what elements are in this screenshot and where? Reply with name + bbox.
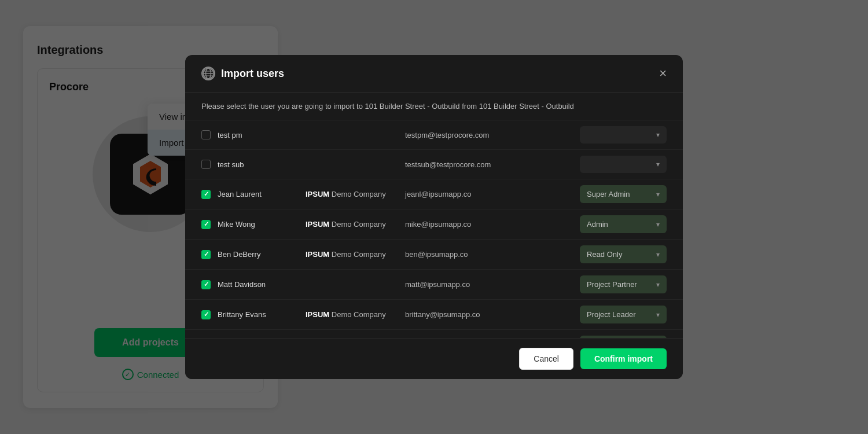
- user-checkbox[interactable]: [201, 190, 211, 199]
- user-checkbox[interactable]: [201, 280, 211, 289]
- role-dropdown[interactable]: ▾: [580, 126, 667, 144]
- role-label: Project Leader: [587, 310, 636, 319]
- modal-header: Import users ×: [185, 55, 683, 93]
- user-checkbox[interactable]: [201, 160, 211, 169]
- user-row: Taylor Mokatetaylor@ipsumapp.coSuperinte…: [185, 330, 683, 338]
- user-row: Brittany EvansIPSUM Demo Companybrittany…: [185, 300, 683, 330]
- chevron-down-icon: ▾: [656, 281, 660, 289]
- chevron-down-icon: ▾: [656, 220, 660, 229]
- user-company: IPSUM Demo Company: [306, 310, 398, 319]
- modal-footer: Cancel Confirm import: [185, 338, 683, 379]
- user-checkbox[interactable]: [201, 250, 211, 259]
- user-email: brittany@ipsumapp.co: [405, 310, 573, 319]
- user-name: test pm: [218, 131, 299, 139]
- role-label: Super Admin: [587, 190, 630, 198]
- role-dropdown[interactable]: Project Partner▾: [580, 275, 667, 293]
- user-email: ben@ipsumapp.co: [405, 250, 573, 259]
- user-name: Jean Laurent: [218, 190, 299, 198]
- user-row: test pmtestpm@testprocore.com▾: [185, 120, 683, 150]
- user-row: test subtestsub@testprocore.com▾: [185, 150, 683, 179]
- user-company: IPSUM Demo Company: [306, 250, 398, 259]
- chevron-down-icon: ▾: [656, 311, 660, 319]
- role-label: Project Partner: [587, 280, 637, 289]
- user-name: Matt Davidson: [218, 280, 299, 289]
- import-users-modal: Import users × Please select the user yo…: [185, 55, 683, 379]
- modal-overlay: Import users × Please select the user yo…: [0, 0, 868, 434]
- user-name: Brittany Evans: [218, 310, 299, 319]
- modal-close-button[interactable]: ×: [659, 67, 667, 80]
- role-dropdown[interactable]: Read Only▾: [580, 245, 667, 263]
- modal-title: Import users: [221, 68, 284, 80]
- user-checkbox[interactable]: [201, 130, 211, 139]
- modal-title-row: Import users: [201, 67, 284, 80]
- user-company: IPSUM Demo Company: [306, 220, 398, 229]
- user-name: Ben DeBerry: [218, 250, 299, 259]
- user-checkbox[interactable]: [201, 310, 211, 319]
- user-email: mike@ipsumapp.co: [405, 220, 573, 229]
- role-dropdown[interactable]: Admin▾: [580, 215, 667, 233]
- globe-icon: [201, 67, 215, 80]
- user-row: Ben DeBerryIPSUM Demo Companyben@ipsumap…: [185, 240, 683, 270]
- role-label: Admin: [587, 220, 608, 229]
- chevron-down-icon: ▾: [656, 190, 660, 198]
- user-email: testpm@testprocore.com: [405, 131, 573, 139]
- user-name: Mike Wong: [218, 220, 299, 229]
- user-email: testsub@testprocore.com: [405, 160, 573, 169]
- chevron-down-icon: ▾: [656, 160, 660, 168]
- role-dropdown[interactable]: Super Admin▾: [580, 185, 667, 203]
- user-name: test sub: [218, 160, 299, 169]
- chevron-down-icon: ▾: [656, 131, 660, 139]
- user-checkbox[interactable]: [201, 220, 211, 229]
- user-email: jeanl@ipsumapp.co: [405, 190, 573, 198]
- role-label: Read Only: [587, 250, 622, 259]
- user-row: Matt Davidsonmatt@ipsumapp.coProject Par…: [185, 270, 683, 300]
- cancel-button[interactable]: Cancel: [519, 348, 573, 370]
- role-dropdown[interactable]: ▾: [580, 156, 667, 173]
- user-email: matt@ipsumapp.co: [405, 280, 573, 289]
- user-company: IPSUM Demo Company: [306, 190, 398, 198]
- user-row: Jean LaurentIPSUM Demo Companyjeanl@ipsu…: [185, 179, 683, 209]
- user-row: Mike WongIPSUM Demo Companymike@ipsumapp…: [185, 209, 683, 240]
- role-dropdown[interactable]: Project Leader▾: [580, 306, 667, 323]
- modal-subtitle: Please select the user you are going to …: [185, 93, 683, 120]
- chevron-down-icon: ▾: [656, 251, 660, 259]
- confirm-import-button[interactable]: Confirm import: [580, 348, 667, 369]
- users-table: test pmtestpm@testprocore.com▾test subte…: [185, 120, 683, 338]
